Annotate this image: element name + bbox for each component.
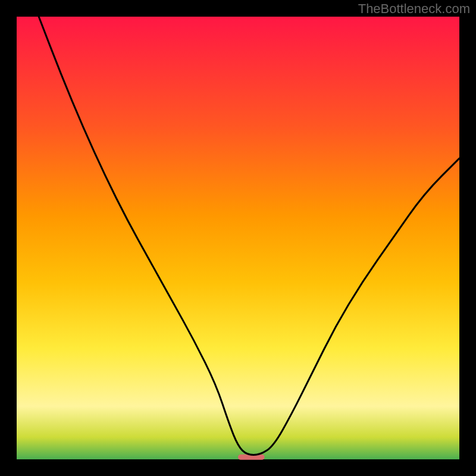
- chart-container: TheBottleneck.com: [0, 0, 476, 476]
- bottleneck-chart: [0, 0, 476, 476]
- watermark-text: TheBottleneck.com: [358, 1, 470, 17]
